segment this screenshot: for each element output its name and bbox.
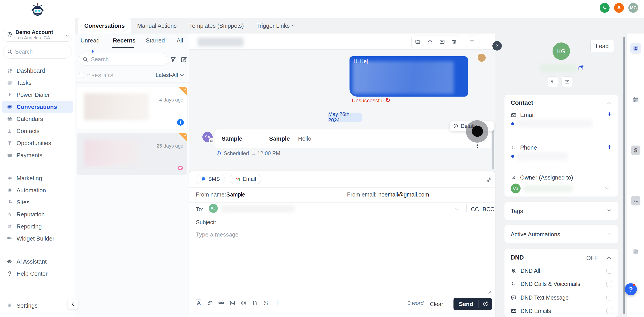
archive-folder-button[interactable] [412,36,424,48]
recipient-dropdown-chevron[interactable] [455,206,459,210]
collapse-section-chevron[interactable] [607,257,611,260]
account-switcher[interactable]: Demo Account Los Angeles, CA [3,28,72,42]
open-contact-external-link[interactable] [578,65,584,71]
send-button[interactable]: Send [454,298,492,310]
conversation-item-1[interactable]: ★ 4 days ago f [77,87,188,129]
sidebar-item-tasks[interactable]: Tasks [2,77,73,89]
dnd-all-checkbox[interactable] [606,268,612,274]
sidebar-item-automation[interactable]: Automation [2,184,73,196]
dialer-phone-button[interactable] [600,3,610,13]
tab-manual-actions[interactable]: Manual Actions [131,18,183,34]
sidebar-collapse-button[interactable] [68,299,78,309]
dnd-text-checkbox[interactable] [606,295,612,300]
redacted-recipient [221,205,295,212]
sidebar-item-calendars[interactable]: Calendars [2,113,73,125]
template-document-button[interactable] [251,300,258,306]
sidebar-item-marketing[interactable]: Marketing [2,172,73,184]
resize-handle[interactable] [487,289,492,294]
sidebar-item-power-dialer[interactable]: Power Dialer [2,89,73,101]
add-email-button[interactable]: + [607,111,612,117]
sidebar-search[interactable] [3,45,72,58]
dnd-calls-checkbox[interactable] [606,281,612,287]
expand-panel-button[interactable]: › [492,41,502,50]
dnd-emails-checkbox[interactable] [606,308,612,314]
filter-funnel-button[interactable] [168,55,178,64]
conversation-search[interactable] [79,53,167,66]
clear-button[interactable]: Clear [424,298,449,310]
collapse-composer-button[interactable] [486,176,492,183]
sidebar-item-reporting[interactable]: Reporting [2,220,73,232]
image-button[interactable] [229,300,236,306]
channel-tab-sms[interactable]: SMS [196,174,225,184]
contact-panel: KG Lead Contact Email + Phone [501,34,622,317]
bcc-button[interactable]: BCC [482,206,494,212]
mark-unread-mail-button[interactable] [436,36,448,48]
strip-tab-payments[interactable]: $ [630,145,641,156]
sidebar-item-ai-assistant[interactable]: Ai Assistant [2,256,73,268]
sidebar-item-dashboard[interactable]: Dashboard [2,64,73,77]
link-button[interactable] [218,300,224,306]
call-contact-button[interactable] [548,76,558,87]
strip-tab-appointments[interactable] [630,94,641,105]
sidebar-item-conversations[interactable]: Conversations [2,101,73,113]
payment-request-button[interactable]: $ [262,300,269,306]
email-contact-button[interactable] [562,76,572,87]
panel-scrollbar[interactable] [624,37,625,314]
strip-tab-notes[interactable] [630,246,641,257]
sidebar-item-settings[interactable]: Settings [2,300,73,312]
redacted-message-body [353,61,454,94]
sort-filter-button[interactable] [465,36,479,48]
star-conversation-button[interactable] [424,36,436,48]
filter-unread[interactable]: Unread [80,37,100,44]
owner-dropdown-chevron[interactable] [605,186,609,189]
sidebar-item-sites[interactable]: Sites [2,196,73,208]
active-automations-card[interactable]: Active Automations [504,225,618,243]
sidebar-item-opportunities[interactable]: Opportunities [2,137,73,149]
filter-recents[interactable]: Recents [113,37,136,44]
from-email-value[interactable]: noemail@gmail.com [378,191,429,198]
user-avatar[interactable]: MC [628,3,638,13]
tags-card[interactable]: Tags [504,202,618,220]
sidebar-item-help-center[interactable]: ? Help Center [2,268,73,280]
schedule-send-button[interactable] [479,301,492,307]
conversation-item-2[interactable]: ★ 25 days ago [77,133,188,175]
email-message-row[interactable]: Sample Sample - Hello [215,129,491,148]
strip-tab-tasks[interactable] [630,196,641,206]
filter-all[interactable]: All [177,37,183,44]
more-add-button[interactable]: + [274,300,280,306]
emoji-button[interactable] [240,300,247,306]
tab-templates-snippets[interactable]: Templates (Snippets) [183,18,250,34]
primary-phone-dot [511,155,514,158]
thread-scrollbar[interactable] [492,125,494,170]
conversation-search-input[interactable] [91,56,164,62]
message-input-placeholder[interactable]: Type a message [196,231,238,238]
sidebar-search-input[interactable] [15,48,87,55]
sidebar-item-payments[interactable]: Payments [2,149,73,161]
tab-conversations[interactable]: Conversations [78,18,131,34]
delete-trash-button[interactable] [448,36,460,48]
select-all-checkbox[interactable] [79,73,84,78]
retry-icon[interactable]: ↻ [386,97,390,104]
compose-button[interactable] [179,55,188,64]
help-launcher-button[interactable]: ? [625,283,637,295]
sidebar-item-reputation[interactable]: Reputation [2,208,73,220]
sidebar-item-contacts[interactable]: Contacts [2,125,73,137]
channel-tab-email[interactable]: Email [230,174,261,184]
tab-trigger-links[interactable]: Trigger Links [250,18,300,34]
primary-email-dot [511,122,514,125]
from-name-value[interactable]: Sample [226,191,245,198]
attachment-button[interactable] [206,300,213,306]
text-format-button[interactable]: A [196,300,202,306]
owner-avatar: CS [511,184,520,193]
collapse-section-chevron[interactable] [607,102,611,106]
expand-section-chevron[interactable] [607,208,611,212]
cc-button[interactable]: CC [471,206,479,212]
lead-type-button[interactable]: Lead [590,40,614,52]
sort-dropdown[interactable]: Latest-All [156,72,183,78]
expand-section-chevron[interactable] [607,232,611,235]
filter-starred[interactable]: Starred [146,37,165,44]
strip-tab-contact[interactable] [630,43,641,54]
sidebar-item-widget-builder[interactable]: Widget Builder [2,232,73,244]
notifications-bell-button[interactable] [614,3,624,13]
add-phone-button[interactable]: + [607,143,612,150]
